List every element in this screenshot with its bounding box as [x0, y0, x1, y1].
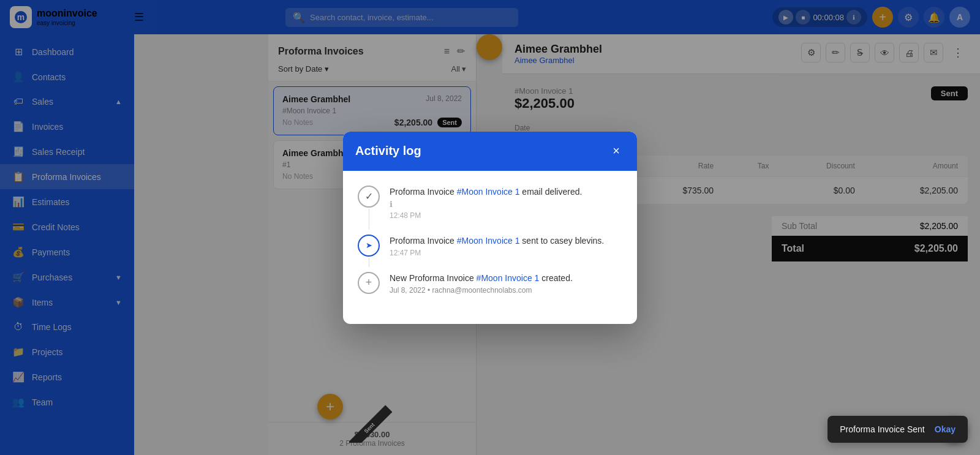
- toast-action-button[interactable]: Okay: [935, 424, 956, 434]
- activity-text: New Proforma Invoice #Moon Invoice 1 cre…: [390, 272, 622, 285]
- toast-notification: Proforma Invoice Sent Okay: [827, 416, 968, 443]
- check-icon: ✓: [358, 186, 380, 208]
- modal-close-button[interactable]: ×: [608, 143, 625, 160]
- activity-link[interactable]: #Moon Invoice 1: [457, 187, 520, 197]
- activity-text: Proforma Invoice #Moon Invoice 1 email d…: [390, 186, 622, 198]
- activity-content: Proforma Invoice #Moon Invoice 1 email d…: [390, 186, 622, 220]
- activity-time: 12:48 PM: [390, 211, 622, 220]
- activity-content: Proforma Invoice #Moon Invoice 1 sent to…: [390, 235, 622, 257]
- activity-time: 12:47 PM: [390, 249, 622, 257]
- send-icon: ➤: [358, 235, 380, 257]
- info-icon: ℹ: [390, 200, 622, 209]
- activity-item: ➤ Proforma Invoice #Moon Invoice 1 sent …: [358, 235, 622, 257]
- activity-text: Proforma Invoice #Moon Invoice 1 sent to…: [390, 235, 622, 247]
- activity-item: ✓ Proforma Invoice #Moon Invoice 1 email…: [358, 186, 622, 220]
- modal-body: ✓ Proforma Invoice #Moon Invoice 1 email…: [343, 171, 637, 324]
- activity-log-modal: Activity log × ✓ Proforma Invoice #Moon …: [343, 132, 637, 324]
- toast-message: Proforma Invoice Sent: [840, 424, 925, 434]
- create-icon: +: [358, 272, 380, 294]
- activity-item: + New Proforma Invoice #Moon Invoice 1 c…: [358, 272, 622, 295]
- activity-content: New Proforma Invoice #Moon Invoice 1 cre…: [390, 272, 622, 295]
- modal-overlay[interactable]: Activity log × ✓ Proforma Invoice #Moon …: [0, 0, 980, 455]
- activity-meta: Jul 8, 2022 • rachna@moontechnolabs.com: [390, 286, 622, 295]
- modal-header: Activity log ×: [343, 132, 637, 171]
- activity-link[interactable]: #Moon Invoice 1: [477, 273, 540, 283]
- activity-link[interactable]: #Moon Invoice 1: [457, 236, 520, 246]
- modal-title: Activity log: [355, 144, 421, 158]
